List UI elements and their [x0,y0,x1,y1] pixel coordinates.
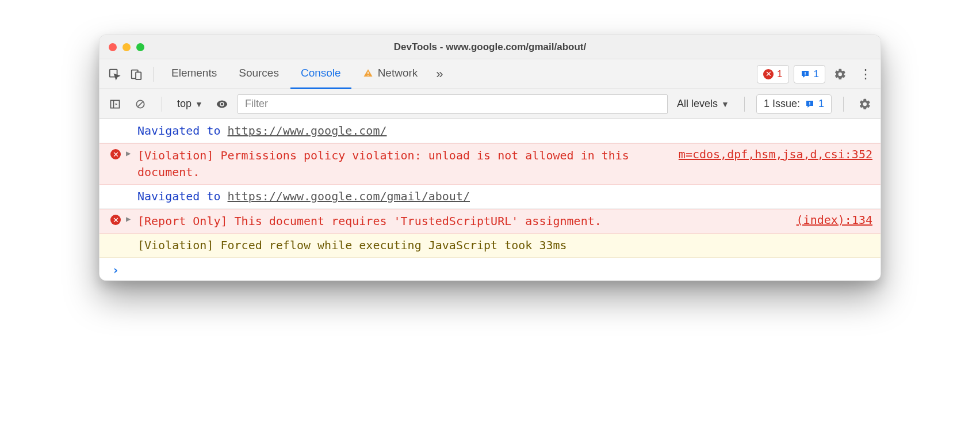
svg-rect-7 [111,100,120,108]
error-icon: ✕ [763,69,774,79]
nav-prefix: Navigated to [137,189,228,203]
inspect-element-icon[interactable] [104,64,125,85]
close-window-button[interactable] [109,43,117,51]
nav-url[interactable]: https://www.google.com/ [228,124,387,138]
issue-icon [805,99,815,109]
log-source-link[interactable]: (index):134 [785,213,872,227]
svg-rect-3 [368,72,369,74]
console-prompt[interactable]: › [99,258,881,280]
svg-rect-10 [809,104,810,105]
log-message: [Violation] Forced reflow while executin… [137,237,872,254]
svg-rect-9 [809,102,810,104]
console-settings-icon[interactable] [855,94,875,114]
log-source-link[interactable]: m=cdos,dpf,hsm,jsa,d,csi:352 [667,147,872,161]
svg-rect-2 [136,72,141,79]
issue-count: 1 [814,68,819,80]
expand-icon[interactable]: ▶ [126,147,137,158]
titlebar: DevTools - www.google.com/gmail/about/ [99,35,881,59]
warning-icon [363,68,373,78]
errors-indicator[interactable]: ✕ 1 [757,65,788,83]
kebab-menu-icon[interactable]: ⋮ [855,64,876,85]
chevron-down-icon: ▼ [195,100,203,109]
zoom-window-button[interactable] [136,43,144,51]
error-icon: ✕ [110,149,121,159]
tab-network[interactable]: Network [353,59,428,89]
issues-count-value: 1 [818,98,824,110]
window-title: DevTools - www.google.com/gmail/about/ [99,41,881,53]
issues-button[interactable]: 1 Issue: 1 [756,94,832,114]
minimize-window-button[interactable] [122,43,131,51]
context-label: top [177,98,192,110]
issues-label: 1 Issue: [764,98,800,110]
levels-label: All levels [677,98,718,110]
chevron-down-icon: ▼ [721,100,729,109]
log-row-navigation: Navigated to https://www.google.com/gmai… [99,185,881,209]
issues-indicator[interactable]: 1 [794,65,825,83]
tab-network-label: Network [378,67,418,79]
log-message: [Report Only] This document requires 'Tr… [137,213,785,230]
log-row-warning: [Violation] Forced reflow while executin… [99,234,881,258]
svg-rect-4 [368,75,369,76]
log-levels-select[interactable]: All levels ▼ [673,98,733,110]
tab-elements[interactable]: Elements [161,59,227,89]
separator [162,97,162,112]
log-row-error[interactable]: ✕ ▶ [Violation] Permissions policy viola… [99,143,881,185]
prompt-icon: › [105,261,126,277]
devtools-window: DevTools - www.google.com/gmail/about/ E… [99,35,881,281]
log-row-navigation: Navigated to https://www.google.com/ [99,119,881,143]
tab-sources[interactable]: Sources [228,59,289,89]
tabbar-right: ✕ 1 1 ⋮ [757,64,876,85]
separator [744,97,745,112]
tab-sources-label: Sources [239,67,279,79]
svg-rect-6 [805,74,806,75]
device-toolbar-icon[interactable] [126,64,147,85]
issue-icon [800,69,810,79]
toggle-sidebar-icon[interactable] [105,94,125,114]
tab-elements-label: Elements [171,67,217,79]
svg-rect-5 [805,72,806,74]
nav-prefix: Navigated to [137,124,228,138]
log-row-error[interactable]: ✕ ▶ [Report Only] This document requires… [99,209,881,234]
tab-console[interactable]: Console [290,59,351,89]
live-expression-icon[interactable] [212,94,232,114]
execution-context-select[interactable]: top ▼ [174,98,206,110]
console-output: Navigated to https://www.google.com/ ✕ ▶… [99,119,881,280]
tab-console-label: Console [301,67,341,79]
console-toolbar: top ▼ All levels ▼ 1 Issue: 1 [99,89,881,119]
more-tabs-button[interactable]: » [429,64,450,85]
error-count: 1 [777,68,782,80]
expand-icon[interactable]: ▶ [126,213,137,223]
filter-input[interactable] [238,94,668,114]
log-message: [Violation] Permissions policy violation… [137,147,667,181]
separator [843,97,844,112]
settings-icon[interactable] [830,64,851,85]
window-controls [99,43,144,51]
error-icon: ✕ [110,215,121,225]
nav-url[interactable]: https://www.google.com/gmail/about/ [228,189,470,203]
clear-console-icon[interactable] [131,94,150,114]
main-tabbar: Elements Sources Console Network » ✕ 1 [99,59,881,89]
separator [154,67,154,82]
